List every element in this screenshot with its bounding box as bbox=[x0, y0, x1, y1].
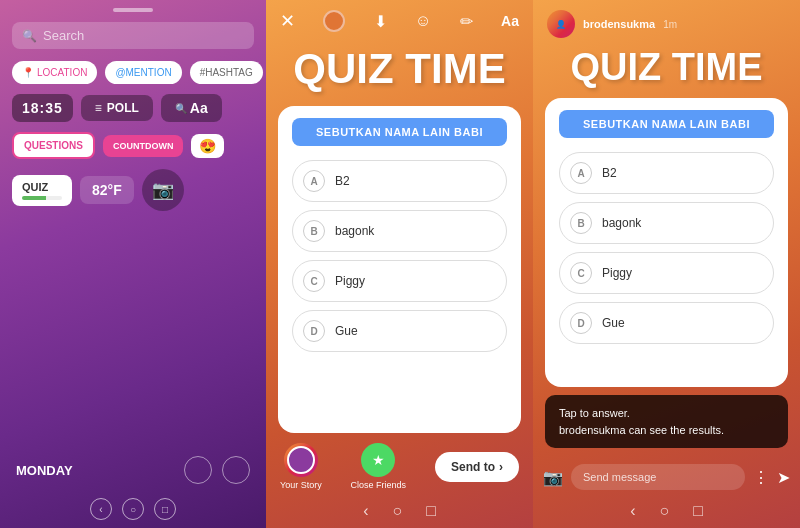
sticker-poll[interactable]: ≡ POLL bbox=[81, 95, 153, 121]
close-icon[interactable]: ✕ bbox=[280, 10, 295, 32]
chevron-right-icon: › bbox=[499, 460, 503, 474]
nav-back-icon[interactable]: ‹ bbox=[363, 502, 368, 520]
option-text-a-p3: B2 bbox=[602, 166, 617, 180]
direct-send-icon[interactable]: ➤ bbox=[777, 468, 790, 487]
sticker-picker-panel: 🔍 Search 📍 LOCATION @MENTION #HASHTAG 18… bbox=[0, 0, 266, 528]
option-letter-d: D bbox=[303, 320, 325, 342]
poll-lines-icon: ≡ bbox=[95, 101, 102, 115]
option-letter-a: A bbox=[303, 170, 325, 192]
sticker-row-2: 18:35 ≡ POLL 🔍 Aa bbox=[12, 94, 254, 122]
user-info: brodensukma bbox=[583, 18, 655, 30]
sticker-emoji-slider[interactable]: 😍 bbox=[191, 134, 224, 158]
option-letter-b-p3: B bbox=[570, 212, 592, 234]
quiz-title: QUIZ TIME bbox=[266, 38, 533, 106]
quiz-option-b[interactable]: B bagonk bbox=[292, 210, 507, 252]
option-text-d: Gue bbox=[335, 324, 358, 338]
quiz-option-a[interactable]: A B2 bbox=[292, 160, 507, 202]
quiz-option-b-p3[interactable]: B bagonk bbox=[559, 202, 774, 244]
sticker-row-3: QUESTIONS COUNTDOWN 😍 bbox=[12, 132, 254, 159]
quiz-card-p3: SEBUTKAN NAMA LAIN BABI A B2 B bagonk C … bbox=[545, 98, 788, 387]
quiz-question-p3: SEBUTKAN NAMA LAIN BABI bbox=[559, 110, 774, 138]
your-story-button[interactable]: Your Story bbox=[280, 443, 322, 490]
text-search-icon: 🔍 Aa bbox=[175, 100, 208, 116]
circle-btn-2[interactable] bbox=[222, 456, 250, 484]
close-friends-button[interactable]: ★ Close Friends bbox=[351, 443, 407, 490]
option-text-a: B2 bbox=[335, 174, 350, 188]
day-label: MONDAY bbox=[16, 463, 73, 478]
bottom-circles bbox=[184, 456, 250, 484]
story-composer-panel: ✕ ⬇ ☺ ✏ Aa QUIZ TIME SEBUTKAN NAMA LAIN … bbox=[266, 0, 533, 528]
location-pin-icon: 📍 bbox=[22, 67, 34, 78]
avatar-initial: 👤 bbox=[556, 20, 566, 29]
text-icon[interactable]: Aa bbox=[501, 13, 519, 29]
quiz-option-d[interactable]: D Gue bbox=[292, 310, 507, 352]
save-icon[interactable]: ⬇ bbox=[374, 12, 387, 31]
option-text-c-p3: Piggy bbox=[602, 266, 632, 280]
close-friends-icon: ★ bbox=[361, 443, 395, 477]
search-placeholder: Search bbox=[43, 28, 84, 43]
panel3-navigation: ‹ ○ □ bbox=[533, 496, 800, 528]
sticker-icon[interactable]: ☺ bbox=[415, 12, 431, 30]
panel3-message-bar: 📷 Send message ⋮ ➤ bbox=[533, 456, 800, 496]
user-avatar: 👤 bbox=[547, 10, 575, 38]
sticker-mention[interactable]: @MENTION bbox=[105, 61, 181, 84]
color-dot[interactable] bbox=[323, 10, 345, 32]
option-text-b: bagonk bbox=[335, 224, 374, 238]
quiz-option-c[interactable]: C Piggy bbox=[292, 260, 507, 302]
panel2-share-bar: Your Story ★ Close Friends Send to › bbox=[266, 433, 533, 496]
sticker-location[interactable]: 📍 LOCATION bbox=[12, 61, 97, 84]
sticker-questions[interactable]: QUESTIONS bbox=[12, 132, 95, 159]
panel3-story-content: QUIZ TIME SEBUTKAN NAMA LAIN BABI A B2 B… bbox=[533, 42, 800, 456]
quiz-progress-bar bbox=[22, 196, 62, 200]
sticker-camera[interactable]: 📷 bbox=[142, 169, 184, 211]
nav-recents-icon-p3[interactable]: □ bbox=[693, 502, 703, 520]
send-to-button[interactable]: Send to › bbox=[435, 452, 519, 482]
quiz-option-d-p3[interactable]: D Gue bbox=[559, 302, 774, 344]
more-options-icon[interactable]: ⋮ bbox=[753, 468, 769, 487]
quiz-tooltip: Tap to answer. brodensukma can see the r… bbox=[545, 395, 788, 448]
drag-handle bbox=[113, 8, 153, 12]
nav-recents-icon[interactable]: □ bbox=[154, 498, 176, 520]
draw-icon[interactable]: ✏ bbox=[460, 12, 473, 31]
option-letter-a-p3: A bbox=[570, 162, 592, 184]
sticker-grid: 📍 LOCATION @MENTION #HASHTAG 18:35 ≡ POL… bbox=[0, 53, 266, 446]
nav-recents-icon[interactable]: □ bbox=[426, 502, 436, 520]
sticker-temperature[interactable]: 82°F bbox=[80, 176, 134, 204]
post-time: 1m bbox=[663, 19, 677, 30]
story-view-panel: 👤 brodensukma 1m QUIZ TIME SEBUTKAN NAMA… bbox=[533, 0, 800, 528]
story-avatar bbox=[287, 446, 315, 474]
sticker-hashtag[interactable]: #HASHTAG bbox=[190, 61, 263, 84]
quiz-option-c-p3[interactable]: C Piggy bbox=[559, 252, 774, 294]
quiz-option-a-p3[interactable]: A B2 bbox=[559, 152, 774, 194]
your-story-label: Your Story bbox=[280, 480, 322, 490]
sticker-quiz[interactable]: QUIZ bbox=[12, 175, 72, 206]
panel1-navigation: ‹ ○ □ bbox=[0, 498, 266, 528]
search-icon: 🔍 bbox=[22, 29, 37, 43]
nav-home-icon[interactable]: ○ bbox=[122, 498, 144, 520]
nav-home-icon-p3[interactable]: ○ bbox=[659, 502, 669, 520]
quiz-card: SEBUTKAN NAMA LAIN BABI A B2 B bagonk C … bbox=[278, 106, 521, 433]
camera-icon: 📷 bbox=[152, 179, 174, 201]
search-bar[interactable]: 🔍 Search bbox=[12, 22, 254, 49]
option-text-d-p3: Gue bbox=[602, 316, 625, 330]
nav-back-icon-p3[interactable]: ‹ bbox=[630, 502, 635, 520]
option-letter-c-p3: C bbox=[570, 262, 592, 284]
message-input[interactable]: Send message bbox=[571, 464, 745, 490]
sticker-time[interactable]: 18:35 bbox=[12, 94, 73, 122]
circle-btn-1[interactable] bbox=[184, 456, 212, 484]
username-label: brodensukma bbox=[583, 18, 655, 30]
quiz-title-p3: QUIZ TIME bbox=[533, 42, 800, 98]
nav-back-icon[interactable]: ‹ bbox=[90, 498, 112, 520]
panel2-toolbar: ✕ ⬇ ☺ ✏ Aa bbox=[266, 0, 533, 38]
sticker-text-aa[interactable]: 🔍 Aa bbox=[161, 94, 222, 122]
panel1-bottom: MONDAY bbox=[0, 446, 266, 498]
camera-icon-p3[interactable]: 📷 bbox=[543, 468, 563, 487]
sticker-row-1: 📍 LOCATION @MENTION #HASHTAG bbox=[12, 61, 254, 84]
option-text-c: Piggy bbox=[335, 274, 365, 288]
close-friends-label: Close Friends bbox=[351, 480, 407, 490]
sticker-countdown[interactable]: COUNTDOWN bbox=[103, 135, 184, 157]
panel2-navigation: ‹ ○ □ bbox=[266, 496, 533, 528]
nav-home-icon[interactable]: ○ bbox=[392, 502, 402, 520]
option-letter-b: B bbox=[303, 220, 325, 242]
option-letter-d-p3: D bbox=[570, 312, 592, 334]
